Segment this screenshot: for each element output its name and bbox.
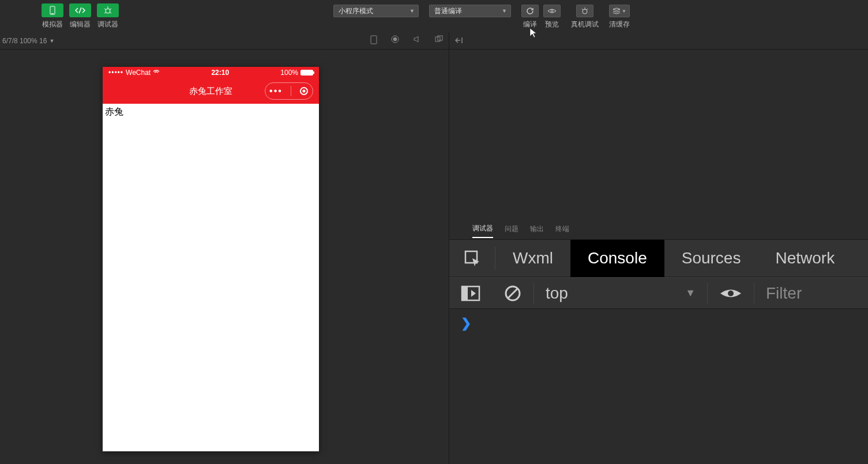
inspect-icon[interactable] [463, 249, 482, 267]
compile-select[interactable]: 普通编译 ▼ [429, 5, 511, 17]
simulator-label: 模拟器 [42, 20, 63, 29]
editor-label: 编辑器 [70, 20, 91, 29]
clear-cache-button[interactable]: ▼ [609, 5, 630, 17]
debugger-label: 调试器 [97, 20, 118, 29]
wifi-icon [153, 70, 160, 76]
more-icon: ••• [269, 86, 283, 96]
svg-point-11 [302, 90, 305, 93]
main-tab-network[interactable]: Network [758, 240, 852, 277]
compile-label: 编译 [523, 20, 537, 29]
chevron-down-icon: ▼ [409, 8, 415, 14]
svg-rect-0 [50, 6, 55, 14]
remote-debug-label: 真机调试 [571, 20, 599, 29]
phone-statusbar: ••••• WeChat 22:10 100% [103, 67, 319, 78]
svg-point-2 [106, 9, 110, 13]
svg-point-7 [393, 37, 397, 41]
console-body[interactable]: ❯ [449, 309, 868, 338]
devtools-lower-tabs: 调试器 问题 输出 终端 [449, 222, 868, 240]
page-text: 赤兔 [105, 107, 123, 116]
bug-icon [103, 6, 112, 14]
editor-area [449, 50, 868, 222]
capsule-button[interactable]: ••• [265, 82, 313, 100]
clear-cache-label: 清缓存 [609, 20, 630, 29]
battery-icon [300, 70, 313, 76]
chevron-down-icon: ▼ [49, 38, 54, 44]
right-top-bar [449, 32, 868, 50]
devtools-main-tabs: Wxml Console Sources Network [449, 240, 868, 277]
remote-debug-button[interactable] [576, 5, 593, 17]
clear-console-icon[interactable] [503, 284, 522, 303]
chevron-down-icon: ▼ [622, 9, 626, 14]
right-panel: 调试器 问题 输出 终端 Wxml Console Sources Networ… [449, 32, 868, 464]
tab-terminal[interactable]: 终端 [555, 224, 569, 237]
svg-point-3 [551, 10, 553, 12]
phone-icon [50, 6, 55, 15]
signal-dots-icon: ••••• [108, 69, 123, 77]
console-filter-input[interactable]: Filter [754, 284, 802, 303]
phone-navbar: 赤兔工作室 ••• [103, 78, 319, 104]
phone-simulator: ••••• WeChat 22:10 100% 赤兔工作室 ••• 赤兔 [103, 67, 319, 451]
tab-debugger[interactable]: 调试器 [472, 224, 493, 238]
phone-nav-title: 赤兔工作室 [189, 86, 232, 97]
svg-rect-1 [51, 13, 54, 14]
device-status-text[interactable]: 6/7/8 100% 16 [2, 37, 47, 45]
code-icon [75, 7, 85, 14]
simulator-status-bar: 6/7/8 100% 16 ▼ [0, 32, 449, 50]
tab-output[interactable]: 输出 [530, 224, 544, 237]
mode-select-value: 小程序模式 [339, 6, 373, 16]
mute-icon[interactable] [413, 35, 421, 46]
main-tab-sources[interactable]: Sources [664, 240, 758, 277]
simulator-panel: ••••• WeChat 22:10 100% 赤兔工作室 ••• 赤兔 [0, 50, 449, 464]
phone-time: 22:10 [211, 69, 229, 77]
console-prompt-icon: ❯ [461, 316, 471, 330]
main-tab-wxml[interactable]: Wxml [495, 240, 570, 277]
toggle-sidebar-icon[interactable] [461, 285, 480, 301]
top-toolbar: 模拟器 编辑器 调试器 小程序模式 ▼ 普通编译 ▼ [0, 0, 868, 32]
svg-point-16 [728, 291, 734, 296]
debugger-button[interactable] [97, 3, 119, 17]
compile-button[interactable] [521, 5, 539, 17]
collapse-icon[interactable] [455, 36, 463, 46]
preview-button[interactable] [543, 5, 561, 17]
chevron-down-icon: ▼ [685, 287, 696, 299]
editor-button[interactable] [69, 3, 91, 17]
console-toolbar: top ▼ Filter [449, 277, 868, 309]
carrier-label: WeChat [126, 69, 151, 77]
main-tab-console[interactable]: Console [570, 240, 664, 277]
svg-point-4 [583, 9, 587, 14]
mode-select[interactable]: 小程序模式 ▼ [333, 5, 419, 17]
eye-icon [547, 7, 557, 14]
tab-problems[interactable]: 问题 [505, 224, 518, 237]
preview-label: 预览 [545, 20, 559, 29]
context-select[interactable]: top ▼ [534, 277, 707, 309]
layers-icon [613, 7, 621, 14]
record-icon[interactable] [391, 35, 399, 46]
svg-rect-14 [462, 286, 468, 300]
remote-debug-icon [580, 7, 589, 15]
simulator-button[interactable] [42, 3, 63, 17]
device-icon[interactable] [370, 35, 377, 46]
battery-pct: 100% [280, 69, 298, 77]
svg-rect-5 [371, 36, 377, 44]
context-value: top [546, 284, 568, 303]
eye-icon[interactable] [719, 286, 742, 301]
capsule-divider [291, 86, 291, 96]
target-icon [299, 86, 309, 96]
chevron-down-icon: ▼ [502, 8, 507, 14]
detach-icon[interactable] [435, 35, 443, 46]
compile-select-value: 普通编译 [434, 6, 462, 16]
phone-page-body: 赤兔 [103, 104, 319, 120]
refresh-icon [526, 7, 534, 15]
